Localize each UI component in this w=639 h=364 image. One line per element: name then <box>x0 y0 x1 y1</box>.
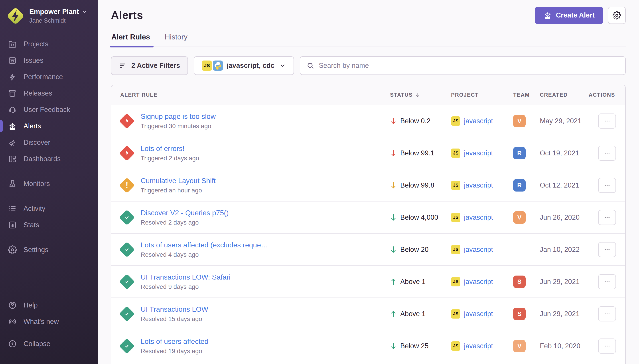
status-cell: Above 1 <box>390 278 451 286</box>
project-cell: JSjavascript <box>451 342 513 351</box>
created-cell: Jun 29, 2021 <box>540 310 589 318</box>
alert-rule-cell: Signup page is too slowTriggered 30 minu… <box>111 112 390 130</box>
sidebar-item-alerts[interactable]: Alerts <box>0 118 98 134</box>
project-link[interactable]: javascript <box>464 342 493 350</box>
sidebar-item-label: Collapse <box>24 340 50 348</box>
alert-rule-link[interactable]: Discover V2 - Queries p75() <box>141 209 229 217</box>
dashboards-icon <box>8 154 17 164</box>
filter-icon <box>119 62 127 70</box>
performance-icon <box>8 72 17 81</box>
alert-rule-link[interactable]: Lots of errors! <box>141 144 199 153</box>
alert-rule-link[interactable]: UI Transactions LOW: Safari <box>141 273 230 281</box>
column-header-alert-rule: Alert Rule <box>111 92 390 98</box>
alert-rule-subtext: Triggered 2 days ago <box>141 155 199 162</box>
row-actions-button[interactable] <box>598 210 616 225</box>
row-actions-button[interactable] <box>598 146 616 161</box>
project-link[interactable]: javascript <box>464 214 493 222</box>
active-filters-button[interactable]: 2 Active Filters <box>111 56 188 75</box>
sidebar-item-activity[interactable]: Activity <box>0 200 98 217</box>
sidebar-item-monitors[interactable]: Monitors <box>0 176 98 192</box>
project-link[interactable]: javascript <box>464 117 493 125</box>
project-link[interactable]: javascript <box>464 246 493 254</box>
sidebar-item-issues[interactable]: Issues <box>0 52 98 69</box>
sidebar-item-label: What's new <box>24 318 59 326</box>
javascript-badge: JS <box>202 60 212 71</box>
created-cell: Feb 10, 2020 <box>540 342 589 350</box>
sidebar-item-label: Monitors <box>24 180 50 188</box>
create-alert-button[interactable]: Create Alert <box>535 7 603 24</box>
alert-rule-link[interactable]: Lots of users affected <box>141 338 208 346</box>
sidebar-item-settings[interactable]: Settings <box>0 242 98 258</box>
severity-resolved-icon <box>119 210 135 226</box>
siren-icon <box>543 11 552 20</box>
table-row: Signup page is too slowTriggered 30 minu… <box>111 105 625 137</box>
severity-resolved-icon <box>119 338 135 354</box>
table-row: !Cumulative Layout ShiftTriggered an hou… <box>111 169 625 202</box>
sidebar-item-label: Settings <box>24 246 48 254</box>
sidebar-item-label: Issues <box>24 56 44 64</box>
sidebar-item-label: Projects <box>24 40 48 48</box>
row-actions-button[interactable] <box>598 274 616 289</box>
row-actions-button[interactable] <box>598 306 616 322</box>
org-switcher[interactable]: Empower Plant Jane Schmidt <box>0 0 98 26</box>
severity-critical-icon <box>119 113 135 129</box>
project-link[interactable]: javascript <box>464 149 493 157</box>
arrow-up-icon <box>390 310 397 318</box>
sort-desc-icon <box>415 92 421 98</box>
alert-rule-cell: Lots of users affectedResolved 19 days a… <box>111 338 390 355</box>
project-link[interactable]: javascript <box>464 310 493 318</box>
column-header-status[interactable]: Status <box>390 92 451 98</box>
team-avatar: R <box>513 179 526 192</box>
sidebar-item-user-feedback[interactable]: User Feedback <box>0 102 98 118</box>
project-link[interactable]: javascript <box>464 278 493 286</box>
org-name: Empower Plant <box>29 8 79 16</box>
tab-alert-rules[interactable]: Alert Rules <box>111 32 150 46</box>
column-header-label: Created <box>540 92 567 98</box>
alert-rule-link[interactable]: Lots of users affected (excludes reque… <box>141 241 268 249</box>
project-cell: JSjavascript <box>451 309 513 318</box>
status-cell: Below 99.1 <box>390 149 451 157</box>
javascript-badge: JS <box>451 181 460 190</box>
team-cell: V <box>513 211 540 224</box>
sidebar-item-help[interactable]: Help <box>0 297 98 314</box>
search-input[interactable] <box>319 62 619 70</box>
team-cell: V <box>513 340 540 352</box>
alert-rule-subtext: Resolved 2 days ago <box>141 219 229 226</box>
gear-icon <box>612 11 621 20</box>
arrow-down-icon <box>390 246 397 254</box>
status-text: Below 99.1 <box>400 149 434 157</box>
javascript-badge: JS <box>451 213 460 222</box>
sidebar-item-discover[interactable]: Discover <box>0 134 98 151</box>
alert-rule-link[interactable]: Signup page is too slow <box>141 112 216 120</box>
sidebar-item-collapse[interactable]: Collapse <box>0 336 98 352</box>
created-cell: Oct 12, 2021 <box>540 181 589 189</box>
sidebar-item-dashboards[interactable]: Dashboards <box>0 151 98 167</box>
alert-rule-link[interactable]: UI Transactions LOW <box>141 305 208 314</box>
whats-new-icon <box>8 317 17 326</box>
sidebar-item-what-s-new[interactable]: What's new <box>0 314 98 330</box>
alert-settings-button[interactable] <box>608 7 626 24</box>
status-text: Below 20 <box>400 246 429 254</box>
user-feedback-icon <box>8 105 17 114</box>
table-header-row: Alert RuleStatusProjectTeamCreatedAction… <box>111 85 625 105</box>
alert-rule-link[interactable]: Cumulative Layout Shift <box>141 177 216 185</box>
sidebar-item-performance[interactable]: Performance <box>0 69 98 85</box>
project-selector[interactable]: JS javascript, cdc <box>194 56 294 75</box>
column-header-project: Project <box>451 92 513 98</box>
severity-warning-icon: ! <box>119 177 135 193</box>
project-link[interactable]: javascript <box>464 181 493 189</box>
python-badge <box>213 60 223 71</box>
tab-history[interactable]: History <box>164 32 188 46</box>
sidebar-item-stats[interactable]: Stats <box>0 217 98 233</box>
severity-resolved-icon <box>119 306 135 322</box>
row-actions-button[interactable] <box>598 242 616 257</box>
arrow-down-icon <box>390 117 397 125</box>
project-cell: JSjavascript <box>451 245 513 254</box>
row-actions-button[interactable] <box>598 114 616 128</box>
team-cell: V <box>513 115 540 127</box>
row-actions-button[interactable] <box>598 178 616 193</box>
sidebar-item-releases[interactable]: Releases <box>0 85 98 102</box>
active-filters-label: 2 Active Filters <box>131 62 180 70</box>
sidebar-item-projects[interactable]: Projects <box>0 36 98 52</box>
row-actions-button[interactable] <box>598 338 616 354</box>
